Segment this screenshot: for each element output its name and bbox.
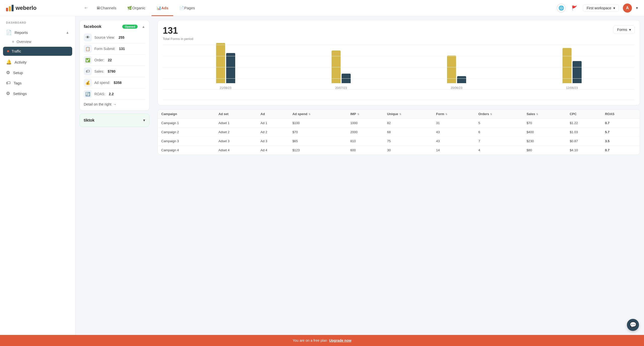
stat-roas: 🔄 ROAS: 2.2 [84,88,145,100]
chat-button[interactable]: 💬 [627,319,639,331]
tiktok-expand-icon: ▾ [143,118,145,123]
tab-ads[interactable]: 📊 Ads [151,0,173,16]
source-view-icon: 👁 [84,33,92,41]
order-value: 22 [108,58,112,62]
user-dropdown-icon[interactable]: ▾ [636,6,638,10]
tags-icon: 🏷 [6,80,11,86]
sidebar-item-reports[interactable]: 📄 Reports ▲ [0,27,75,38]
avatar[interactable]: A [623,4,632,13]
sidebar-item-setup[interactable]: ⚙ Setup [0,67,75,78]
chart-label: Total Forms in period [163,37,193,41]
activity-label: Activity [15,60,27,64]
sort-form-icon: ⇅ [445,113,447,116]
chart-total: 131 [163,25,193,36]
tab-organic[interactable]: 🌿 Organic [122,0,150,16]
reports-label: Reports [15,30,28,35]
setup-icon: ⚙ [6,70,10,75]
content-inner: facebook Opened ▲ 👁 Source View: 255 📋 [75,16,644,335]
flag-icon[interactable]: 🚩 [570,4,579,13]
topbar-nav: ← 🏛 Channels 🌿 Organic 📊 Ads 📄 Pages [82,0,557,16]
col-ad: Ad [257,110,289,119]
facebook-card: facebook Opened ▲ 👁 Source View: 255 📋 [79,20,149,111]
sort-imp-icon: ⇅ [357,113,359,116]
main-layout: DASHBOARD 📄 Reports ▲ Overview Traffic 🔔… [0,16,644,335]
bar-dark-4 [573,61,582,83]
facebook-collapse-icon[interactable]: ▲ [142,25,145,29]
tags-label: Tags [14,81,22,85]
bar-chart: 21/08/23 20/07/23 [163,45,635,100]
organic-icon: 🌿 [127,6,132,10]
sort-orders-icon: ⇅ [490,113,492,116]
workspace-selector[interactable]: First workspace ▾ [583,4,619,12]
bar-date-3: 20/06/23 [451,86,462,90]
chart-dropdown[interactable]: Forms ▾ [613,25,635,34]
bar-group-2: 20/07/23 [332,51,351,90]
sales-icon: 🏷 [84,67,92,75]
bar-date-2: 20/07/23 [335,86,347,90]
upgrade-link[interactable]: Upgrade now [329,338,351,342]
workspace-name: First workspace [587,6,611,10]
sidebar-item-tags[interactable]: 🏷 Tags [0,78,75,88]
ad-spend-value: $358 [114,81,122,85]
logo-icon [6,5,14,11]
facebook-card-header: facebook Opened ▲ [84,24,145,29]
sidebar-subitem-overview[interactable]: Overview [0,38,75,46]
facebook-badge: Opened [122,25,138,29]
bar-group-3: 20/06/23 [447,56,466,90]
right-panel: 131 Total Forms in period Forms ▾ [153,16,644,335]
col-orders[interactable]: Orders⇅ [475,110,523,119]
setup-label: Setup [13,71,23,75]
bar-gold-3 [447,56,456,83]
bar-gold-1 [216,43,225,83]
stat-source-view: 👁 Source View: 255 [84,32,145,43]
sidebar-item-activity[interactable]: 🔔 Activity [0,57,75,67]
col-unique[interactable]: Unique⇅ [384,110,433,119]
stat-ad-spend: 💰 Ad spend: $358 [84,77,145,88]
sort-sales-icon: ⇅ [536,113,538,116]
tiktok-name: tiktok [84,118,95,123]
topbar-right: 🌐 🚩 First workspace ▾ A ▾ [557,4,638,13]
left-panel: facebook Opened ▲ 👁 Source View: 255 📋 [75,16,153,335]
bar-date-1: 21/08/23 [220,86,231,90]
col-roas: ROAS [601,110,640,119]
traffic-label: Traffic [12,49,21,53]
detail-link[interactable]: Detail on the right → [84,100,145,106]
order-icon: ✅ [84,56,92,64]
source-view-value: 255 [118,35,124,39]
roas-value: 2.2 [109,92,114,96]
ad-spend-icon: 💰 [84,79,92,87]
table-row: Campaign 1 Adset 1 Ad 1 $100 1000 82 31 … [158,119,640,128]
tiktok-card[interactable]: tiktok ▾ [79,114,149,127]
reports-arrow-icon: ▲ [66,30,69,34]
bar-dark-1 [226,53,235,83]
activity-icon: 🔔 [6,59,12,65]
bottom-banner: You are on a free plan Upgrade now [0,335,644,346]
col-imp[interactable]: IMP⇅ [347,110,383,119]
col-adspend[interactable]: Ad spend⇅ [289,110,347,119]
banner-text: You are on a free plan [293,338,327,342]
ads-icon: 📊 [156,6,161,10]
facebook-name: facebook [84,24,101,29]
overview-dot [12,41,14,43]
tab-channels[interactable]: 🏛 Channels [92,0,121,16]
table-row: Campaign 3 Adset 3 Ad 3 $65 810 75 43 7 … [158,137,640,146]
col-adset: Ad set [215,110,257,119]
tab-pages[interactable]: 📄 Pages [174,0,200,16]
overview-label: Overview [17,40,31,44]
chart-card: 131 Total Forms in period Forms ▾ [157,20,640,105]
sidebar-dashboard-label: DASHBOARD [0,21,75,27]
logo-text: weberlo [16,5,36,11]
col-form[interactable]: Form⇅ [433,110,475,119]
sort-unique-icon: ⇅ [399,113,401,116]
roas-icon: 🔄 [84,90,92,98]
back-button[interactable]: ← [82,4,91,13]
traffic-dot [7,50,9,52]
logo-area: weberlo [6,5,82,11]
sidebar-item-settings[interactable]: ⚙ Settings [0,88,75,99]
col-sales[interactable]: Sales⇅ [523,110,566,119]
form-submit-value: 131 [119,47,125,51]
chart-header: 131 Total Forms in period Forms ▾ [163,25,635,41]
globe-icon[interactable]: 🌐 [557,4,566,13]
table-row: Campaign 4 Adset 4 Ad 4 $123 600 30 14 4… [158,146,640,155]
sidebar-subitem-traffic[interactable]: Traffic [3,47,72,56]
